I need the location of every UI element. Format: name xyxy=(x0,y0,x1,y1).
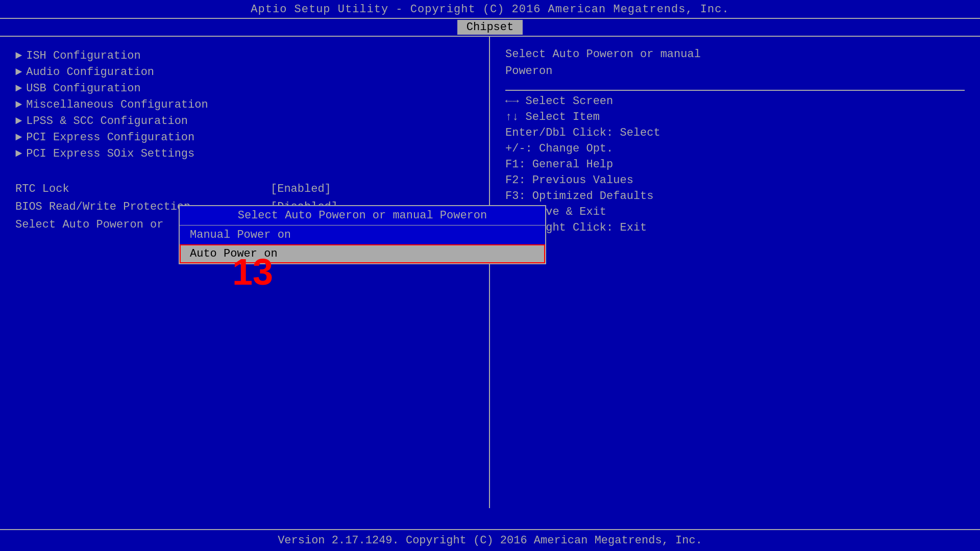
bottom-bar: Version 2.17.1249. Copyright (C) 2016 Am… xyxy=(0,529,980,551)
top-bar: Aptio Setup Utility - Copyright (C) 2016… xyxy=(0,0,980,19)
menu-item-pci[interactable]: ► PCI Express Configuration xyxy=(15,131,474,144)
menu-label-pcisoix: PCI Express SOix Settings xyxy=(26,147,194,160)
left-panel: ► ISH Configuration ► Audio Configuratio… xyxy=(0,37,490,508)
arrow-icon-audio: ► xyxy=(15,66,22,79)
key-hint-f4: F4: Save & Exit xyxy=(505,206,965,218)
arrow-icon-misc: ► xyxy=(15,98,22,111)
menu-item-pcisoix[interactable]: ► PCI Express SOix Settings xyxy=(15,147,474,160)
key-hint-enter: Enter/Dbl Click: Select xyxy=(505,127,965,139)
menu-label-pci: PCI Express Configuration xyxy=(26,131,194,144)
help-text-line2: Poweron xyxy=(505,65,552,78)
menu-item-lpss[interactable]: ► LPSS & SCC Configuration xyxy=(15,115,474,128)
key-hint-esc: ESC/Right Click: Exit xyxy=(505,221,965,234)
key-hint-f2: F2: Previous Values xyxy=(505,174,965,187)
menu-item-usb[interactable]: ► USB Configuration xyxy=(15,82,474,95)
menu-label-audio: Audio Configuration xyxy=(26,66,154,79)
dropdown-option-manual[interactable]: Manual Power on xyxy=(180,226,545,244)
setting-row-rtc: RTC Lock [Enabled] xyxy=(15,183,474,195)
rtc-lock-label: RTC Lock xyxy=(15,183,271,195)
rtc-lock-value[interactable]: [Enabled] xyxy=(271,183,331,195)
menu-label-lpss: LPSS & SCC Configuration xyxy=(26,115,188,128)
help-text: Select Auto Poweron or manual Poweron xyxy=(505,46,965,80)
help-text-line1: Select Auto Poweron or manual xyxy=(505,48,701,61)
key-hint-f1: F1: General Help xyxy=(505,158,965,171)
key-hint-change: +/-: Change Opt. xyxy=(505,142,965,155)
menu-label-misc: Miscellaneous Configuration xyxy=(26,98,208,111)
popup-title: Select Auto Poweron or manual Poweron xyxy=(180,206,545,226)
menu-label-ish: ISH Configuration xyxy=(26,49,140,62)
separator xyxy=(15,167,474,176)
menu-item-ish[interactable]: ► ISH Configuration xyxy=(15,49,474,62)
arrow-icon-pcisoix: ► xyxy=(15,147,22,160)
right-panel: Select Auto Poweron or manual Poweron ←→… xyxy=(490,37,980,508)
menu-label-usb: USB Configuration xyxy=(26,82,140,95)
annotation-number: 13 xyxy=(232,251,273,293)
key-hint-screen: ←→ Select Screen xyxy=(505,95,965,108)
main-content: ► ISH Configuration ► Audio Configuratio… xyxy=(0,37,980,508)
arrow-icon-usb: ► xyxy=(15,82,22,95)
divider xyxy=(505,90,965,91)
tab-bar: Chipset xyxy=(0,19,980,37)
main-title: Aptio Setup Utility - Copyright (C) 2016… xyxy=(251,3,729,16)
key-hint-item: ↑↓ Select Item xyxy=(505,111,965,123)
menu-item-audio[interactable]: ► Audio Configuration xyxy=(15,66,474,79)
active-tab[interactable]: Chipset xyxy=(457,20,523,35)
arrow-icon-pci: ► xyxy=(15,131,22,144)
menu-item-misc[interactable]: ► Miscellaneous Configuration xyxy=(15,98,474,111)
key-hint-f3: F3: Optimized Defaults xyxy=(505,190,965,203)
arrow-icon-lpss: ► xyxy=(15,115,22,128)
footer-text: Version 2.17.1249. Copyright (C) 2016 Am… xyxy=(278,534,702,547)
arrow-icon-ish: ► xyxy=(15,49,22,62)
